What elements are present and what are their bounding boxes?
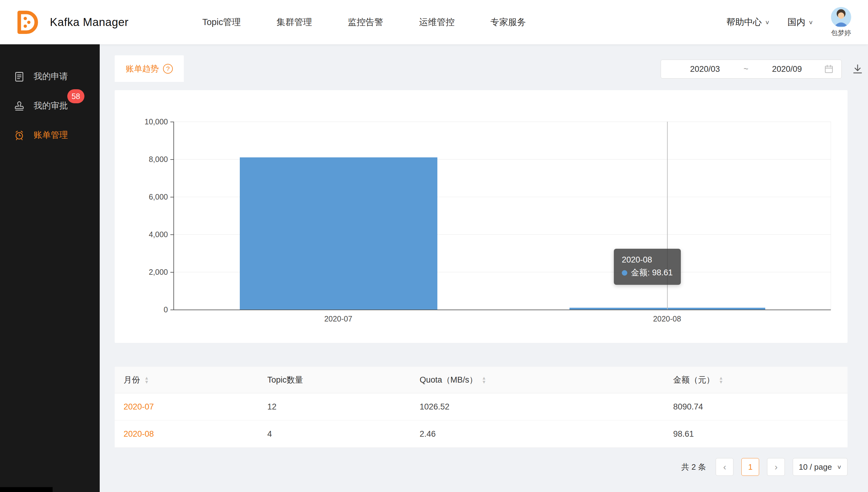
nav-item-cluster-manage[interactable]: 集群管理 <box>275 13 314 31</box>
billing-table: 月份 ▲ ▼ Topic数量 Quota（MB/s） ▲ ▼ <box>115 367 847 448</box>
nav-item-ops-control[interactable]: 运维管控 <box>417 13 456 31</box>
y-axis-label: 2,000 <box>149 268 168 276</box>
column-label: Topic数量 <box>267 374 303 385</box>
column-label: 月份 <box>123 374 140 385</box>
caret-down-icon: ▼ <box>144 380 149 384</box>
table-header-row: 月份 ▲ ▼ Topic数量 Quota（MB/s） ▲ ▼ <box>115 367 847 393</box>
download-icon[interactable] <box>851 62 864 76</box>
amount-cell: 8090.74 <box>673 402 839 412</box>
calendar-icon <box>824 64 834 74</box>
sort-toggle[interactable]: ▲ ▼ <box>482 376 486 384</box>
y-axis-label: 4,000 <box>149 230 168 239</box>
column-label: Quota（MB/s） <box>420 374 477 385</box>
quota-cell: 1026.52 <box>420 402 673 412</box>
sidebar-item-my-applications[interactable]: 我的申请 <box>0 62 100 91</box>
y-axis-tick <box>170 122 173 122</box>
nav-item-expert-service[interactable]: 专家服务 <box>489 13 527 31</box>
sidebar-item-label: 账单管理 <box>33 129 68 141</box>
chevron-down-icon: ∨ <box>765 19 770 25</box>
chart-card: 10,000 8,000 6,000 4,000 2,000 0 2020-08… <box>115 90 847 343</box>
chart-tooltip: 2020-08 金额: 98.61 <box>614 249 681 285</box>
sort-toggle[interactable]: ▲ ▼ <box>719 376 723 384</box>
column-header-quota: Quota（MB/s） ▲ ▼ <box>420 374 673 385</box>
approval-count-badge: 58 <box>67 89 85 103</box>
y-axis-tick <box>170 197 173 197</box>
clipboard-icon <box>13 70 26 83</box>
quota-cell: 2.46 <box>420 429 673 439</box>
caret-down-icon: ▼ <box>482 380 486 384</box>
chevron-down-icon: ∨ <box>808 19 813 25</box>
y-axis-tick <box>170 159 173 160</box>
toolbar: 账单趋势 ? 2020/03 ~ 2020/09 <box>115 55 864 82</box>
alarm-bell-icon <box>13 129 26 142</box>
amount-cell: 98.61 <box>673 429 839 439</box>
y-axis-tick <box>170 310 173 310</box>
sidebar-item-my-approvals[interactable]: 我的审批 58 <box>0 91 100 120</box>
prev-page-button[interactable]: ‹ <box>716 458 733 476</box>
y-axis-label: 0 <box>164 305 168 314</box>
user-name: 包梦婷 <box>831 28 851 38</box>
help-center-label: 帮助中心 <box>726 16 762 28</box>
nav-item-topic-manage[interactable]: Topic管理 <box>200 13 242 31</box>
topic-count-cell: 4 <box>267 429 420 439</box>
pagination: 共 2 条 ‹ 1 › 10 / page ∨ <box>115 458 847 476</box>
x-axis-label: 2020-07 <box>324 315 352 323</box>
sidebar-item-bill-manage[interactable]: 账单管理 <box>0 120 100 150</box>
month-link[interactable]: 2020-08 <box>123 429 267 439</box>
tab-bill-trend[interactable]: 账单趋势 ? <box>115 55 184 82</box>
tooltip-value: 金额: 98.61 <box>631 267 673 279</box>
page-size-select[interactable]: 10 / page ∨ <box>793 458 847 476</box>
column-header-amount: 金额（元） ▲ ▼ <box>673 374 839 385</box>
sidebar-item-label: 我的申请 <box>33 71 68 82</box>
sidebar: 我的申请 我的审批 58 账单管理 <box>0 44 100 492</box>
page-size-value: 10 / page <box>799 462 831 472</box>
region-selector[interactable]: 国内 ∨ <box>788 16 813 28</box>
y-axis-tick <box>170 235 173 235</box>
bar-chart: 10,000 8,000 6,000 4,000 2,000 0 2020-08… <box>173 122 831 310</box>
topic-count-cell: 12 <box>267 402 420 412</box>
top-nav-menu: Topic管理 集群管理 监控告警 运维管控 专家服务 <box>200 13 527 31</box>
y-axis-tick <box>170 272 173 273</box>
bar-2020-07[interactable] <box>240 157 437 310</box>
date-range-picker[interactable]: 2020/03 ~ 2020/09 <box>661 59 842 78</box>
stamp-icon <box>13 99 26 112</box>
tab-label: 账单趋势 <box>126 63 159 74</box>
column-header-month: 月份 ▲ ▼ <box>123 374 267 385</box>
region-label: 国内 <box>788 16 805 28</box>
user-menu[interactable]: 包梦婷 <box>831 7 851 38</box>
date-end-input[interactable]: 2020/09 <box>750 65 824 74</box>
nav-item-monitor-alert[interactable]: 监控告警 <box>346 13 385 31</box>
gridline <box>174 122 831 122</box>
y-axis-label: 6,000 <box>149 193 168 201</box>
sidebar-item-label: 我的审批 <box>33 100 68 112</box>
column-label: 金额（元） <box>673 374 714 385</box>
page-1-button[interactable]: 1 <box>742 458 759 476</box>
x-axis-label: 2020-08 <box>653 315 681 323</box>
app-title: Kafka Manager <box>50 16 128 29</box>
kafka-manager-logo-icon <box>14 9 40 35</box>
avatar[interactable] <box>831 7 851 27</box>
main-content: 账单趋势 ? 2020/03 ~ 2020/09 <box>100 44 868 492</box>
column-header-topic-count: Topic数量 <box>267 374 420 385</box>
pagination-total: 共 2 条 <box>681 462 706 472</box>
help-center-menu[interactable]: 帮助中心∨ <box>726 16 770 28</box>
question-circle-icon[interactable]: ? <box>163 64 173 74</box>
table-row: 2020-08 4 2.46 98.61 <box>115 420 847 448</box>
date-start-input[interactable]: 2020/03 <box>668 65 742 74</box>
month-link[interactable]: 2020-07 <box>123 402 267 412</box>
caret-down-icon: ▼ <box>719 380 723 384</box>
tooltip-title: 2020-08 <box>622 254 673 267</box>
date-separator: ~ <box>742 65 750 74</box>
next-page-button[interactable]: › <box>767 458 785 476</box>
y-axis-label: 10,000 <box>145 117 168 126</box>
sidebar-collapse-handle[interactable] <box>0 487 53 492</box>
toolbar-right: 2020/03 ~ 2020/09 <box>661 59 864 78</box>
table-row: 2020-07 12 1026.52 8090.74 <box>115 393 847 420</box>
series-dot-icon <box>622 270 627 276</box>
y-axis-label: 8,000 <box>149 155 168 164</box>
navbar-right: 帮助中心∨ 国内 ∨ 包梦婷 <box>726 7 851 38</box>
sort-toggle[interactable]: ▲ ▼ <box>144 376 149 384</box>
top-navbar: Kafka Manager Topic管理 集群管理 监控告警 运维管控 专家服… <box>0 0 868 44</box>
chevron-down-icon: ∨ <box>837 464 842 470</box>
